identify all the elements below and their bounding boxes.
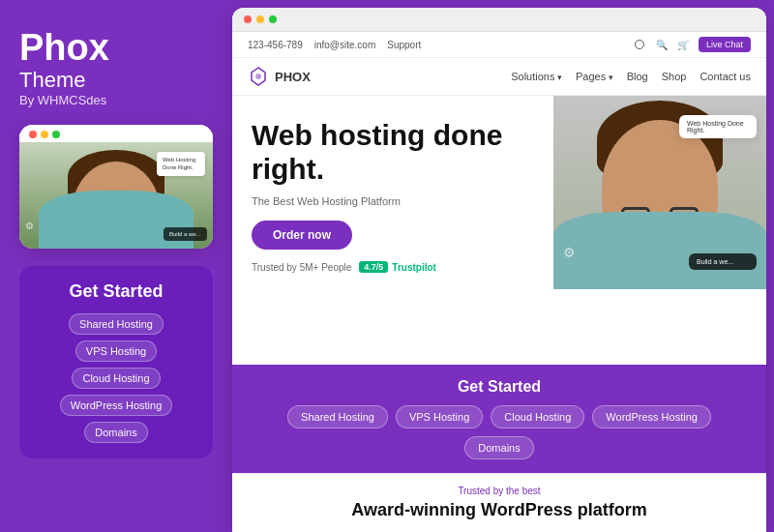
floating-card-bottom: Build a we... <box>689 253 757 270</box>
browser-chrome <box>232 8 766 32</box>
left-get-started-title: Get Started <box>33 281 199 302</box>
site-topbar: 123-456-789 info@site.com Support 🔍 🛒 Li… <box>232 32 766 58</box>
brand-title: Phox <box>19 29 213 66</box>
browser-dot-green <box>269 15 277 23</box>
mobile-top-bar <box>19 125 213 142</box>
mobile-build-card: Build a we... <box>164 227 207 241</box>
right-panel: 123-456-789 info@site.com Support 🔍 🛒 Li… <box>232 8 766 532</box>
hero-section: Web hosting done right. The Best Web Hos… <box>232 96 766 365</box>
gs-pill-vps[interactable]: VPS Hosting <box>396 405 483 429</box>
site-nav: PHOX Solutions Pages Blog Shop Contact u… <box>232 58 766 96</box>
dp-shirt <box>553 212 766 289</box>
pill-wordpress-hosting[interactable]: WordPress Hosting <box>60 395 173 416</box>
live-chat-button[interactable]: Live Chat <box>699 37 751 52</box>
brand-section: Phox Theme By WHMCSdes <box>19 29 213 107</box>
nav-logo: PHOX <box>248 66 311 87</box>
hero-person-area: Web Hosting Done Right. Build a we... ⚙ <box>553 96 766 289</box>
trust-row: Trusted by 5M+ People 4.7/5 Trustpilot <box>252 261 534 273</box>
trustpilot-badge: 4.7/5 Trustpilot <box>359 261 436 273</box>
nav-links: Solutions Pages Blog Shop Contact us <box>511 71 751 82</box>
award-headline: Award-winning WordPress platform <box>252 500 747 520</box>
trust-score: 4.7/5 <box>359 261 388 273</box>
pill-shared-hosting[interactable]: Shared Hosting <box>69 313 164 335</box>
topbar-support[interactable]: Support <box>387 40 421 50</box>
trusted-label: Trusted by the best <box>252 486 747 496</box>
dot-red <box>29 131 37 138</box>
hero-subtext: The Best Web Hosting Platform <box>252 195 534 207</box>
topbar-right: 🔍 🛒 Live Chat <box>635 37 751 52</box>
left-panel: Phox Theme By WHMCSdes Web Ho <box>0 0 232 532</box>
right-get-started-section: Get Started Shared Hosting VPS Hosting C… <box>232 365 766 473</box>
globe-icon <box>635 40 644 49</box>
pill-cloud-hosting[interactable]: Cloud Hosting <box>72 368 160 389</box>
brand-subtitle: Theme <box>19 70 213 91</box>
pill-domains[interactable]: Domains <box>84 422 147 443</box>
right-get-started-pills: Shared Hosting VPS Hosting Cloud Hosting… <box>252 405 747 459</box>
nav-logo-text: PHOX <box>275 70 311 84</box>
gs-pill-wordpress[interactable]: WordPress Hosting <box>592 405 711 429</box>
gs-pill-shared[interactable]: Shared Hosting <box>287 405 388 429</box>
gear-icon-hero: ⚙ <box>563 245 576 260</box>
browser-dot-yellow <box>256 15 264 23</box>
gs-pill-domains[interactable]: Domains <box>464 436 533 459</box>
left-hosting-pills: Shared Hosting VPS Hosting Cloud Hosting… <box>33 313 199 443</box>
hero-headline: Web hosting done right. <box>252 119 534 186</box>
brand-by: By WHMCSdes <box>19 93 213 107</box>
nav-contact[interactable]: Contact us <box>700 71 751 82</box>
hero-right: Web Hosting Done Right. Build a we... ⚙ <box>553 96 766 365</box>
dot-yellow <box>41 131 48 138</box>
cart-icon[interactable]: 🛒 <box>677 40 689 50</box>
gear-icon: ⚙ <box>25 221 34 231</box>
topbar-left: 123-456-789 info@site.com Support <box>248 40 421 50</box>
right-get-started-title: Get Started <box>252 378 747 396</box>
mobile-image-area: Web Hosting Done Right. Build a we... ⚙ <box>19 142 213 249</box>
website-content: 123-456-789 info@site.com Support 🔍 🛒 Li… <box>232 32 766 532</box>
floating-card-top: Web Hosting Done Right. <box>679 115 757 138</box>
topbar-phone: 123-456-789 <box>248 40 303 50</box>
gs-pill-cloud[interactable]: Cloud Hosting <box>491 405 584 429</box>
left-get-started-card: Get Started Shared Hosting VPS Hosting C… <box>19 266 213 458</box>
nav-shop[interactable]: Shop <box>662 71 687 82</box>
award-section: Trusted by the best Award-winning WordPr… <box>232 473 766 532</box>
topbar-email: info@site.com <box>314 40 376 50</box>
nav-pages[interactable]: Pages <box>576 71 613 82</box>
search-icon[interactable]: 🔍 <box>656 40 668 50</box>
browser-dot-red <box>244 15 252 23</box>
order-now-button[interactable]: Order now <box>252 221 352 250</box>
dot-green <box>52 131 60 138</box>
trust-text: Trusted by 5M+ People <box>252 262 351 273</box>
trustpilot-logo: Trustpilot <box>392 262 436 273</box>
hero-left: Web hosting done right. The Best Web Hos… <box>232 96 553 365</box>
nav-solutions[interactable]: Solutions <box>511 71 562 82</box>
mobile-overlay-card: Web Hosting Done Right. <box>157 152 205 176</box>
mobile-mockup: Web Hosting Done Right. Build a we... ⚙ <box>19 125 213 249</box>
pill-vps-hosting[interactable]: VPS Hosting <box>75 340 157 362</box>
nav-blog[interactable]: Blog <box>627 71 648 82</box>
phox-logo-icon <box>248 66 269 87</box>
